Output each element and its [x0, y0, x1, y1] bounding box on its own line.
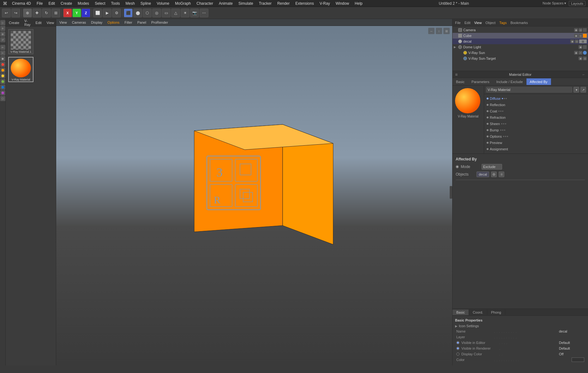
cone-btn[interactable]: △ [171, 9, 180, 17]
scene-item-camera[interactable]: Camera ◉ ◎ [453, 27, 588, 33]
mat-options-button[interactable]: ▾ [573, 87, 579, 93]
visible-renderer-radio[interactable] [456, 347, 459, 350]
sidebar-spiral-icon[interactable]: ⬠ [0, 96, 5, 101]
nav-icon-3[interactable]: ⊞ [443, 28, 450, 34]
camera-btn[interactable]: 📷 [190, 9, 199, 17]
menu-edit[interactable]: Edit [46, 1, 57, 6]
target-vis-1[interactable]: ◉ [579, 57, 582, 60]
vp-options-item[interactable]: Options [106, 20, 121, 25]
sidebar-rotate-icon[interactable]: ↺ [0, 37, 5, 42]
layouts-button[interactable]: Layouts [569, 1, 585, 6]
sidebar-polygon-icon[interactable]: ⬟ [0, 56, 5, 61]
object-list-button[interactable]: ≡ [499, 171, 504, 177]
x-axis-button[interactable]: X [63, 9, 72, 17]
menu-volume[interactable]: Volume [154, 1, 172, 6]
undo-button[interactable]: ↩ [2, 9, 11, 17]
channel-bump[interactable]: Bump [484, 127, 588, 133]
vp-display-item[interactable]: Display [90, 20, 104, 25]
scene-edit-item[interactable]: Edit [463, 20, 472, 25]
scene-item-decal[interactable]: decal ◉ ◎ ▥ [453, 39, 588, 44]
menu-help[interactable]: Help [352, 1, 365, 6]
channel-preview[interactable]: Preview [484, 140, 588, 146]
scene-object-item[interactable]: Object [484, 20, 497, 25]
node-spaces-label[interactable]: Node Spaces ▾ [543, 1, 566, 5]
menu-extensions[interactable]: Extensions [293, 1, 316, 6]
scene-tags-item[interactable]: Tags [498, 20, 508, 25]
sidebar-bend-icon[interactable]: 🟢 [0, 79, 5, 84]
sidebar-paint-icon[interactable]: ✏ [0, 45, 5, 50]
sidebar-knife-icon[interactable]: ✂ [0, 51, 5, 56]
material-item-vray[interactable]: V-Ray Material [8, 57, 33, 82]
rotate-tool-button[interactable]: ↻ [42, 9, 51, 17]
cube-vis-1[interactable]: ◉ [574, 34, 578, 38]
menu-create[interactable]: Create [58, 1, 75, 6]
scene-file-item[interactable]: File [454, 20, 462, 25]
mat-vray-item[interactable]: V-Ray [22, 18, 33, 27]
vp-prorender-item[interactable]: ProRender [150, 20, 169, 25]
props-tab-coord[interactable]: Coord. [469, 310, 487, 315]
menu-mograph[interactable]: MoGraph [172, 1, 193, 6]
mat-tab-include-exclude[interactable]: Include / Exclude [493, 78, 526, 85]
redo-button[interactable]: ↪ [11, 9, 20, 17]
z-axis-button[interactable]: Z [81, 9, 90, 17]
scene-item-sun[interactable]: V-Ray Sun ◉ ✓ [453, 50, 588, 56]
transform-button[interactable]: ⊞ [51, 9, 60, 17]
sidebar-soft-icon[interactable]: 🟠 [0, 68, 5, 73]
settings-button[interactable]: ⚙ [112, 9, 121, 17]
viewport-resize-handle[interactable] [450, 186, 452, 199]
menu-render[interactable]: Render [275, 1, 292, 6]
menu-tools[interactable]: Tools [108, 1, 122, 6]
scale-tool-button[interactable]: ✚ [33, 9, 41, 17]
extra-btn[interactable]: ⋯ [200, 9, 208, 17]
menu-window[interactable]: Window [333, 1, 352, 6]
object-tag-decal[interactable]: decal [477, 171, 489, 177]
props-tab-basic[interactable]: Basic [453, 310, 469, 315]
scene-bookmarks-item[interactable]: Bookmarks [509, 20, 529, 25]
vp-filter-item[interactable]: Filter [123, 20, 133, 25]
menu-spline[interactable]: Spline [138, 1, 153, 6]
vp-cameras-item[interactable]: Cameras [71, 20, 87, 25]
channel-sheen[interactable]: Sheen [484, 121, 588, 127]
mat-view-item[interactable]: View [45, 20, 56, 25]
menu-vray[interactable]: V-Ray [317, 1, 333, 6]
sidebar-move-icon[interactable]: ✛ [0, 26, 5, 31]
mat-name-dropdown[interactable]: V-Ray Material [486, 87, 572, 93]
camera-vis-2[interactable]: ◎ [579, 28, 582, 32]
torus-btn[interactable]: ◎ [152, 9, 161, 17]
menu-mesh[interactable]: Mesh [123, 1, 137, 6]
sun-vis-2[interactable]: ✓ [579, 51, 582, 55]
sidebar-shear-icon[interactable]: 🔵 [0, 85, 5, 90]
channel-diffuse[interactable]: Diffuse [484, 95, 588, 102]
y-axis-button[interactable]: Y [72, 9, 81, 17]
channel-coat[interactable]: Coat [484, 108, 588, 114]
mode-radio[interactable] [456, 165, 459, 168]
sun-vis-1[interactable]: ◉ [574, 51, 578, 55]
scene-item-cube[interactable]: Cube ◉ ◎ [453, 33, 588, 39]
light-btn[interactable]: ☀ [181, 9, 189, 17]
nav-icon-2[interactable]: ↕ [436, 28, 442, 34]
target-vis-2[interactable]: ◎ [583, 57, 587, 60]
cylinder-btn[interactable]: ⬡ [143, 9, 152, 17]
channel-reflection[interactable]: Reflection [484, 102, 588, 108]
mat-editor-menu-icon[interactable]: ≡ [455, 72, 458, 77]
scene-item-sun-target[interactable]: V-Ray Sun-Target ◉ ◎ [453, 56, 588, 61]
menu-character[interactable]: Character [194, 1, 216, 6]
plane-btn[interactable]: ▭ [162, 9, 171, 17]
channel-options[interactable]: Options [484, 133, 588, 140]
scene-item-dome[interactable]: ▶ Dome Light ◉ [453, 44, 588, 50]
vp-view-item[interactable]: View [58, 20, 68, 25]
mat-nav-button[interactable]: ↗ [580, 87, 586, 93]
mat-editor-close-icon[interactable]: ← [582, 73, 585, 76]
apple-menu-icon[interactable]: ⌘ [3, 1, 8, 6]
mat-create-item[interactable]: Create [7, 20, 21, 25]
props-icon-settings-row[interactable]: ▶ Icon Settings [455, 323, 585, 328]
color-swatch[interactable] [572, 358, 584, 362]
menu-simulate[interactable]: Simulate [236, 1, 256, 6]
menu-tracker[interactable]: Tracker [256, 1, 274, 6]
move-tool-button[interactable]: ⊕ [23, 9, 32, 17]
visible-editor-radio[interactable] [456, 341, 459, 344]
cube-add-button[interactable]: ⬛ [124, 9, 133, 17]
props-tab-phong[interactable]: Phong [487, 310, 505, 315]
material-item-checker[interactable]: V-Ray Material.1 [8, 29, 33, 54]
mat-tab-basic[interactable]: Basic [453, 78, 468, 85]
